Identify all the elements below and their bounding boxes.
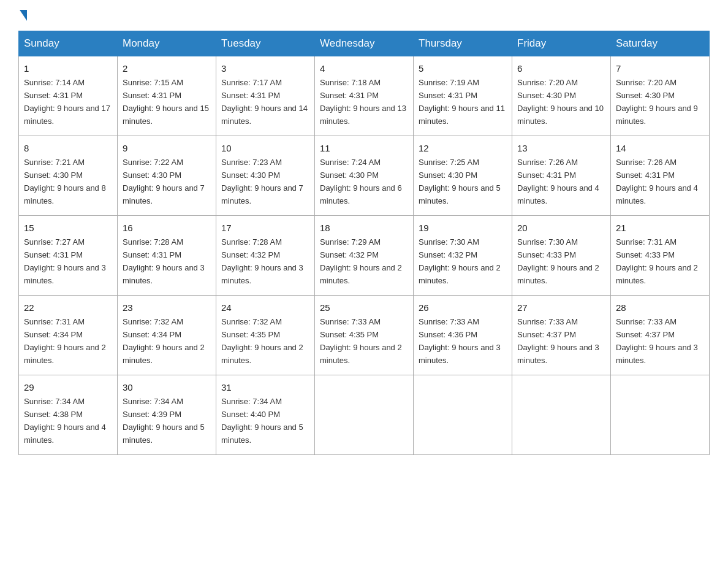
day-info: Sunrise: 7:32 AMSunset: 4:35 PMDaylight:…	[221, 317, 303, 365]
day-info: Sunrise: 7:34 AMSunset: 4:40 PMDaylight:…	[221, 397, 303, 445]
day-info: Sunrise: 7:34 AMSunset: 4:39 PMDaylight:…	[123, 397, 205, 445]
calendar-cell-10: 10Sunrise: 7:23 AMSunset: 4:30 PMDayligh…	[216, 136, 315, 215]
day-info: Sunrise: 7:14 AMSunset: 4:31 PMDaylight:…	[24, 78, 110, 126]
calendar-cell-26: 26Sunrise: 7:33 AMSunset: 4:36 PMDayligh…	[414, 295, 512, 375]
calendar-cell-8: 8Sunrise: 7:21 AMSunset: 4:30 PMDaylight…	[19, 136, 118, 215]
day-number: 10	[221, 141, 309, 155]
calendar-cell-15: 15Sunrise: 7:27 AMSunset: 4:31 PMDayligh…	[19, 215, 118, 295]
calendar-cell-25: 25Sunrise: 7:33 AMSunset: 4:35 PMDayligh…	[315, 295, 414, 375]
col-header-sunday: Sunday	[19, 31, 118, 56]
empty-cell	[512, 375, 611, 454]
day-number: 13	[517, 141, 605, 155]
day-info: Sunrise: 7:19 AMSunset: 4:31 PMDaylight:…	[419, 78, 505, 126]
day-number: 26	[419, 301, 507, 315]
col-header-thursday: Thursday	[414, 31, 512, 56]
calendar-cell-28: 28Sunrise: 7:33 AMSunset: 4:37 PMDayligh…	[611, 295, 710, 375]
calendar-cell-18: 18Sunrise: 7:29 AMSunset: 4:32 PMDayligh…	[315, 215, 414, 295]
calendar-cell-6: 6Sunrise: 7:20 AMSunset: 4:30 PMDaylight…	[512, 56, 611, 136]
day-info: Sunrise: 7:33 AMSunset: 4:37 PMDaylight:…	[616, 317, 698, 365]
calendar-cell-1: 1Sunrise: 7:14 AMSunset: 4:31 PMDaylight…	[19, 56, 118, 136]
calendar-cell-4: 4Sunrise: 7:18 AMSunset: 4:31 PMDaylight…	[315, 56, 414, 136]
day-info: Sunrise: 7:17 AMSunset: 4:31 PMDaylight:…	[221, 78, 308, 126]
day-number: 30	[123, 380, 211, 394]
logo-triangle-icon	[20, 10, 27, 21]
calendar-cell-16: 16Sunrise: 7:28 AMSunset: 4:31 PMDayligh…	[118, 215, 216, 295]
calendar-cell-3: 3Sunrise: 7:17 AMSunset: 4:31 PMDaylight…	[216, 56, 315, 136]
calendar-cell-30: 30Sunrise: 7:34 AMSunset: 4:39 PMDayligh…	[118, 375, 216, 454]
day-info: Sunrise: 7:26 AMSunset: 4:31 PMDaylight:…	[616, 158, 698, 205]
calendar-cell-12: 12Sunrise: 7:25 AMSunset: 4:30 PMDayligh…	[414, 136, 512, 215]
day-number: 23	[123, 301, 211, 315]
day-number: 19	[419, 221, 507, 235]
day-info: Sunrise: 7:22 AMSunset: 4:30 PMDaylight:…	[123, 158, 205, 205]
calendar-cell-23: 23Sunrise: 7:32 AMSunset: 4:34 PMDayligh…	[118, 295, 216, 375]
day-number: 31	[221, 380, 309, 394]
calendar-cell-24: 24Sunrise: 7:32 AMSunset: 4:35 PMDayligh…	[216, 295, 315, 375]
day-number: 7	[616, 61, 704, 75]
day-number: 24	[221, 301, 309, 315]
day-number: 29	[24, 380, 112, 394]
day-info: Sunrise: 7:21 AMSunset: 4:30 PMDaylight:…	[24, 158, 106, 205]
day-info: Sunrise: 7:18 AMSunset: 4:31 PMDaylight:…	[320, 78, 406, 126]
day-info: Sunrise: 7:29 AMSunset: 4:32 PMDaylight:…	[320, 237, 402, 285]
calendar-cell-14: 14Sunrise: 7:26 AMSunset: 4:31 PMDayligh…	[611, 136, 710, 215]
day-info: Sunrise: 7:24 AMSunset: 4:30 PMDaylight:…	[320, 158, 402, 205]
day-info: Sunrise: 7:30 AMSunset: 4:33 PMDaylight:…	[517, 237, 599, 285]
day-info: Sunrise: 7:27 AMSunset: 4:31 PMDaylight:…	[24, 237, 106, 285]
day-info: Sunrise: 7:32 AMSunset: 4:34 PMDaylight:…	[123, 317, 205, 365]
calendar-cell-9: 9Sunrise: 7:22 AMSunset: 4:30 PMDaylight…	[118, 136, 216, 215]
col-header-monday: Monday	[118, 31, 216, 56]
calendar-cell-13: 13Sunrise: 7:26 AMSunset: 4:31 PMDayligh…	[512, 136, 611, 215]
day-number: 3	[221, 61, 309, 75]
day-info: Sunrise: 7:33 AMSunset: 4:37 PMDaylight:…	[517, 317, 599, 365]
day-number: 1	[24, 61, 112, 75]
day-info: Sunrise: 7:34 AMSunset: 4:38 PMDaylight:…	[24, 397, 106, 445]
day-info: Sunrise: 7:28 AMSunset: 4:32 PMDaylight:…	[221, 237, 303, 285]
col-header-wednesday: Wednesday	[315, 31, 414, 56]
day-number: 8	[24, 141, 112, 155]
day-number: 27	[517, 301, 605, 315]
page-header	[18, 12, 710, 18]
day-number: 11	[320, 141, 408, 155]
day-number: 2	[123, 61, 211, 75]
day-info: Sunrise: 7:26 AMSunset: 4:31 PMDaylight:…	[517, 158, 599, 205]
empty-cell	[611, 375, 710, 454]
day-info: Sunrise: 7:20 AMSunset: 4:30 PMDaylight:…	[616, 78, 698, 126]
day-number: 18	[320, 221, 408, 235]
empty-cell	[414, 375, 512, 454]
day-number: 14	[616, 141, 704, 155]
day-number: 22	[24, 301, 112, 315]
day-number: 21	[616, 221, 704, 235]
col-header-saturday: Saturday	[611, 31, 710, 56]
calendar-cell-29: 29Sunrise: 7:34 AMSunset: 4:38 PMDayligh…	[19, 375, 118, 454]
day-number: 16	[123, 221, 211, 235]
day-info: Sunrise: 7:23 AMSunset: 4:30 PMDaylight:…	[221, 158, 303, 205]
calendar-cell-27: 27Sunrise: 7:33 AMSunset: 4:37 PMDayligh…	[512, 295, 611, 375]
day-info: Sunrise: 7:15 AMSunset: 4:31 PMDaylight:…	[123, 78, 209, 126]
calendar-cell-7: 7Sunrise: 7:20 AMSunset: 4:30 PMDaylight…	[611, 56, 710, 136]
day-number: 9	[123, 141, 211, 155]
col-header-friday: Friday	[512, 31, 611, 56]
calendar-cell-2: 2Sunrise: 7:15 AMSunset: 4:31 PMDaylight…	[118, 56, 216, 136]
calendar-table: SundayMondayTuesdayWednesdayThursdayFrid…	[18, 31, 710, 455]
calendar-cell-21: 21Sunrise: 7:31 AMSunset: 4:33 PMDayligh…	[611, 215, 710, 295]
day-info: Sunrise: 7:31 AMSunset: 4:34 PMDaylight:…	[24, 317, 106, 365]
calendar-cell-20: 20Sunrise: 7:30 AMSunset: 4:33 PMDayligh…	[512, 215, 611, 295]
col-header-tuesday: Tuesday	[216, 31, 315, 56]
calendar-cell-5: 5Sunrise: 7:19 AMSunset: 4:31 PMDaylight…	[414, 56, 512, 136]
day-number: 20	[517, 221, 605, 235]
day-info: Sunrise: 7:25 AMSunset: 4:30 PMDaylight:…	[419, 158, 501, 205]
day-info: Sunrise: 7:33 AMSunset: 4:36 PMDaylight:…	[419, 317, 501, 365]
day-info: Sunrise: 7:28 AMSunset: 4:31 PMDaylight:…	[123, 237, 205, 285]
day-number: 12	[419, 141, 507, 155]
calendar-cell-11: 11Sunrise: 7:24 AMSunset: 4:30 PMDayligh…	[315, 136, 414, 215]
day-number: 5	[419, 61, 507, 75]
day-number: 6	[517, 61, 605, 75]
day-info: Sunrise: 7:33 AMSunset: 4:35 PMDaylight:…	[320, 317, 402, 365]
day-info: Sunrise: 7:30 AMSunset: 4:32 PMDaylight:…	[419, 237, 501, 285]
empty-cell	[315, 375, 414, 454]
calendar-cell-31: 31Sunrise: 7:34 AMSunset: 4:40 PMDayligh…	[216, 375, 315, 454]
calendar-cell-22: 22Sunrise: 7:31 AMSunset: 4:34 PMDayligh…	[19, 295, 118, 375]
day-info: Sunrise: 7:31 AMSunset: 4:33 PMDaylight:…	[616, 237, 698, 285]
day-number: 25	[320, 301, 408, 315]
